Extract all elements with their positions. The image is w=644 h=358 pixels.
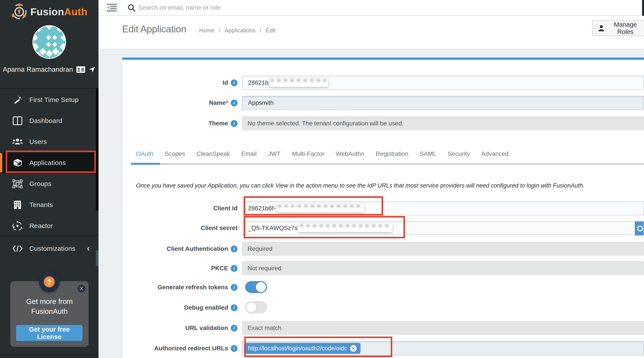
info-icon[interactable]: i <box>231 304 238 311</box>
client-id-label: Client Id <box>122 201 238 215</box>
reveal-secret-button[interactable] <box>635 222 644 236</box>
info-icon[interactable]: i <box>231 120 238 127</box>
pkce-field: Not required <box>242 261 644 275</box>
tab-jwt[interactable]: JWT <box>268 150 281 159</box>
get-free-license-button[interactable]: Get your free License <box>16 325 82 341</box>
brand-logo[interactable]: FusionAuth <box>0 3 98 20</box>
page-header: Edit Application Home / Applications / E… <box>98 16 644 49</box>
reactor-icon <box>12 220 23 231</box>
topbar-divider <box>118 0 119 15</box>
info-icon[interactable]: i <box>231 246 238 252</box>
tab-oauth[interactable]: OAuth <box>136 150 153 159</box>
manage-roles-button[interactable]: Manage Roles <box>592 20 644 36</box>
fusionauth-admin-screen: FusionAuth <box>0 0 644 358</box>
tab-scopes[interactable]: Scopes <box>164 150 185 159</box>
groups-icon <box>12 178 23 189</box>
form-row-client-id: Client Id 28621b6f- <box>122 201 644 215</box>
tab-registration[interactable]: Registration <box>376 150 408 159</box>
tab-advanced[interactable]: Advanced <box>481 150 509 159</box>
tab-security[interactable]: Security <box>448 150 470 159</box>
id-field[interactable]: 28621b <box>242 76 644 90</box>
sidebar-item-reactor[interactable]: Reactor <box>0 215 98 236</box>
breadcrumb-applications[interactable]: Applications <box>225 27 256 34</box>
tab-email[interactable]: Email <box>241 150 256 159</box>
client-id-field[interactable]: 28621b6f- <box>242 201 644 215</box>
toggle-knob <box>256 282 266 292</box>
client-secret-field[interactable]: _Q5-TKAWQSz7s <box>242 221 644 235</box>
help-badge[interactable]: ? <box>39 272 60 292</box>
tab-multi-factor[interactable]: Multi-Factor <box>292 150 324 159</box>
sidebar-item-label: Groups <box>29 180 52 188</box>
tab-cleanspeak[interactable]: CleanSpeak <box>196 150 230 159</box>
debug-label: Debug enabledi <box>122 302 238 314</box>
wand-icon <box>12 94 23 105</box>
redirect-urls-field[interactable]: http://localhost/login/oauth2/code/oidc … <box>242 341 644 356</box>
form-row-name: Name*i Appsmith <box>122 96 644 110</box>
sidebar-divider <box>0 88 98 88</box>
avatar <box>32 25 66 59</box>
sidebar-item-label: Users <box>29 138 47 146</box>
url-validation-label: URL validationi <box>122 321 238 335</box>
sidebar-item-label: Tenants <box>29 201 53 208</box>
remove-url-icon[interactable]: ✕ <box>350 345 356 352</box>
form-row-client-secret: Client secret _Q5-TKAWQSz7s <box>122 221 644 235</box>
info-icon[interactable]: i <box>231 100 238 106</box>
sidebar-scrollbar-thumb[interactable] <box>96 250 98 266</box>
redirect-urls-label: Authorized redirect URLsi <box>122 341 238 356</box>
url-validation-field: Exact match <box>242 321 644 335</box>
search-input[interactable] <box>138 2 445 13</box>
id-label: Idi <box>122 76 238 90</box>
sidebar-item-dashboard[interactable]: Dashboard <box>0 110 98 131</box>
form-row-redirect-urls: Authorized redirect URLsi http://localho… <box>122 341 644 356</box>
promo-title: Get more fromFusionAuth <box>10 296 89 316</box>
sidebar-item-applications[interactable]: Applications <box>0 152 98 173</box>
locate-plane-icon[interactable] <box>89 66 96 73</box>
form-row-url-validation: URL validationi Exact match <box>122 321 644 335</box>
sidebar-nav-secondary: Customizations ‹ <box>0 238 98 259</box>
info-icon[interactable]: i <box>231 80 238 86</box>
dark-corner-strip <box>642 0 644 16</box>
oauth-note: Once you have saved your Application, yo… <box>136 182 631 189</box>
active-tab-indicator <box>131 163 160 165</box>
question-mark-icon: ? <box>44 276 55 287</box>
toggle-knob <box>246 302 256 312</box>
form-row-pkce: PKCEi Not required <box>122 261 644 275</box>
user-name: Aparna Ramachandran <box>3 66 73 74</box>
info-icon[interactable]: i <box>231 265 238 272</box>
client-authentication-label: Client Authenticationi <box>122 242 238 256</box>
form-row-id: Idi 28621b <box>122 76 644 90</box>
topbar <box>98 0 644 16</box>
page-title: Edit Application <box>122 24 186 34</box>
theme-label: Themei <box>122 116 238 130</box>
dashboard-icon <box>12 116 23 126</box>
info-icon[interactable]: i <box>231 325 238 332</box>
form-row-theme: Themei No theme selected. The tenant con… <box>122 116 644 130</box>
sidebar-item-customizations[interactable]: Customizations ‹ <box>0 238 98 259</box>
sidebar-item-groups[interactable]: Groups <box>0 173 98 194</box>
sidebar-collapse-icon[interactable] <box>105 3 119 13</box>
info-icon[interactable]: i <box>231 345 238 352</box>
users-icon <box>12 136 23 147</box>
debug-toggle[interactable] <box>245 302 267 313</box>
sidebar-item-users[interactable]: Users <box>0 131 98 152</box>
tab-saml[interactable]: SAML <box>420 150 436 159</box>
tab-webauthn[interactable]: WebAuthn <box>336 150 364 159</box>
sidebar: FusionAuth <box>0 0 98 358</box>
name-field[interactable]: Appsmith <box>242 96 644 110</box>
sidebar-divider <box>0 235 98 236</box>
pkce-label: PKCEi <box>122 261 238 275</box>
info-icon[interactable]: i <box>231 284 238 291</box>
id-card-icon[interactable] <box>76 66 85 73</box>
refresh-tokens-toggle[interactable] <box>245 281 267 293</box>
client-authentication-field: Required <box>242 242 644 256</box>
promo-close-button[interactable]: ✕ <box>78 285 85 292</box>
name-label: Name*i <box>122 96 238 110</box>
breadcrumb-home[interactable]: Home <box>199 27 214 34</box>
sidebar-item-tenants[interactable]: Tenants <box>0 194 98 215</box>
form-row-refresh-tokens: Generate refresh tokensi <box>122 281 644 294</box>
breadcrumb-separator: / <box>260 27 261 34</box>
redaction-smear <box>276 204 364 212</box>
sidebar-item-first-time-setup[interactable]: First Time Setup <box>0 89 98 110</box>
code-icon <box>12 243 23 254</box>
sidebar-item-label: Reactor <box>29 222 53 230</box>
